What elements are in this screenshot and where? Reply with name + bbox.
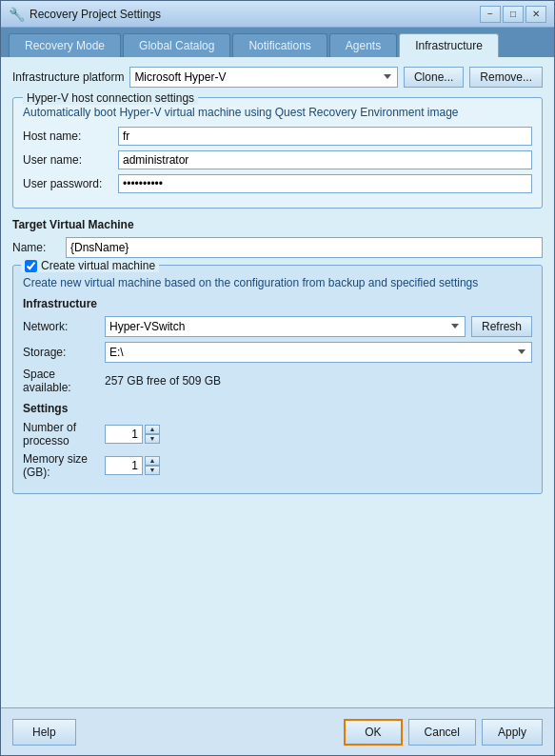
hyper-v-content: Automatically boot Hyper-V virtual machi…	[13, 106, 542, 208]
processors-spin-up[interactable]: ▲	[145, 425, 160, 434]
host-row: Host name:	[23, 127, 532, 146]
refresh-button[interactable]: Refresh	[471, 316, 532, 337]
title-bar: 🔧 Recovery Project Settings − □ ✕	[1, 1, 554, 28]
network-row: Network: Hyper-VSwitch Refresh	[23, 316, 532, 337]
vm-name-row: Name:	[12, 237, 543, 258]
host-label: Host name:	[23, 129, 118, 143]
tab-notifications[interactable]: Notifications	[232, 33, 327, 57]
settings-sub-title: Settings	[23, 402, 532, 415]
password-row: User password:	[23, 174, 532, 193]
processors-spin-down[interactable]: ▼	[145, 434, 160, 444]
host-input[interactable]	[118, 127, 532, 146]
user-input[interactable]	[118, 150, 532, 169]
memory-input[interactable]	[105, 456, 143, 475]
cancel-button[interactable]: Cancel	[408, 719, 476, 746]
vm-name-label: Name:	[12, 241, 60, 254]
processors-row: Number of processo ▲ ▼	[23, 421, 532, 448]
tab-recovery-mode[interactable]: Recovery Mode	[9, 33, 121, 57]
content-area: Infrastructure platform Microsoft Hyper-…	[1, 57, 554, 707]
storage-select[interactable]: E:\	[105, 342, 532, 363]
main-window: 🔧 Recovery Project Settings − □ ✕ Recove…	[0, 0, 555, 756]
help-button[interactable]: Help	[12, 719, 76, 746]
hyper-v-group: Hyper-V host connection settings Automat…	[12, 97, 543, 209]
target-vm-title: Target Virtual Machine	[12, 218, 543, 231]
create-vm-checkbox-label: Create virtual machine	[41, 259, 155, 272]
space-label: Space available:	[23, 368, 99, 394]
memory-row: Memory size (GB): ▲ ▼	[23, 452, 532, 479]
tab-infrastructure[interactable]: Infrastructure	[399, 33, 499, 57]
remove-button[interactable]: Remove...	[469, 67, 543, 88]
memory-spin-down[interactable]: ▼	[145, 466, 160, 475]
close-button[interactable]: ✕	[525, 6, 546, 23]
title-bar-buttons: − □ ✕	[480, 6, 546, 23]
memory-spinbox: ▲ ▼	[105, 456, 160, 475]
storage-label: Storage:	[23, 346, 99, 359]
space-row: Space available: 257 GB free of 509 GB	[23, 368, 532, 394]
minimize-button[interactable]: −	[480, 6, 501, 23]
ok-button[interactable]: OK	[344, 719, 402, 746]
processors-spinbox: ▲ ▼	[105, 425, 160, 444]
platform-label: Infrastructure platform	[12, 70, 124, 84]
password-label: User password:	[23, 177, 118, 190]
hyper-v-description: Automatically boot Hyper-V virtual machi…	[23, 106, 532, 119]
storage-dropdown-wrap: E:\	[105, 342, 532, 363]
space-value: 257 GB free of 509 GB	[105, 374, 221, 388]
create-vm-checkbox[interactable]	[25, 260, 37, 272]
bottom-bar: Help OK Cancel Apply	[1, 707, 554, 755]
user-row: User name:	[23, 150, 532, 169]
maximize-button[interactable]: □	[503, 6, 524, 23]
app-icon: 🔧	[9, 7, 24, 22]
create-vm-legend-area: Create virtual machine	[21, 259, 159, 272]
memory-spin-up[interactable]: ▲	[145, 456, 160, 466]
tab-global-catalog[interactable]: Global Catalog	[123, 33, 230, 57]
platform-row: Infrastructure platform Microsoft Hyper-…	[12, 67, 543, 88]
user-label: User name:	[23, 153, 118, 167]
network-dropdown-wrap: Hyper-VSwitch	[105, 316, 466, 337]
platform-select[interactable]: Microsoft Hyper-V	[129, 67, 398, 88]
memory-label: Memory size (GB):	[23, 452, 99, 479]
clone-button[interactable]: Clone...	[404, 67, 464, 88]
network-select[interactable]: Hyper-VSwitch	[105, 316, 466, 337]
create-vm-desc: Create new virtual machine based on the …	[23, 276, 532, 289]
processors-input[interactable]	[105, 425, 143, 444]
memory-spinbox-buttons: ▲ ▼	[145, 456, 160, 475]
tab-bar: Recovery Mode Global Catalog Notificatio…	[1, 28, 554, 57]
window-title: Recovery Project Settings	[30, 8, 480, 21]
hyper-v-legend: Hyper-V host connection settings	[23, 91, 198, 105]
vm-name-input[interactable]	[66, 237, 543, 258]
infra-sub-title: Infrastructure	[23, 297, 532, 310]
processors-label: Number of processo	[23, 421, 99, 448]
processors-spinbox-buttons: ▲ ▼	[145, 425, 160, 444]
create-vm-group: Create virtual machine Create new virtua…	[12, 265, 543, 494]
password-input[interactable]	[118, 174, 532, 193]
create-vm-content: Create new virtual machine based on the …	[13, 276, 542, 493]
network-label: Network:	[23, 320, 99, 333]
storage-row: Storage: E:\	[23, 342, 532, 363]
tab-agents[interactable]: Agents	[329, 33, 397, 57]
apply-button[interactable]: Apply	[482, 719, 543, 746]
